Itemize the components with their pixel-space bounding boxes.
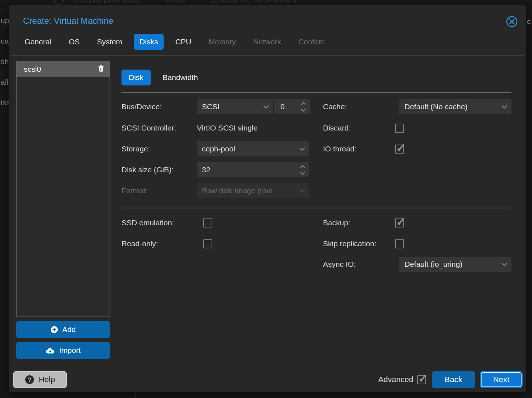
plus-circle-icon (50, 326, 58, 333)
io-thread-checkbox[interactable] (395, 145, 404, 154)
device-label: scsi0 (24, 65, 98, 74)
device-list: scsi0 (16, 61, 110, 317)
subtab-disk[interactable]: Disk (121, 70, 151, 85)
import-button[interactable]: Import (16, 342, 110, 359)
chevron-down-icon (300, 187, 305, 193)
cloud-download-icon (45, 347, 55, 354)
background-text: c (527, 17, 531, 26)
tab-confirm: Confirm (293, 34, 331, 50)
discard-checkbox[interactable] (395, 124, 404, 133)
ssd-emulation-checkbox[interactable] (203, 218, 212, 227)
spinner-arrows-icon[interactable] (302, 103, 305, 111)
screen: CD/DVD Drive (ide2) defaul 25.44.5776 . … (0, 0, 532, 398)
back-button[interactable]: Back (432, 371, 475, 388)
format-select: Raw disk image (raw (197, 183, 309, 198)
svg-text:?: ? (28, 376, 31, 383)
chevron-down-icon (263, 103, 269, 109)
format-label: Format: (121, 183, 147, 198)
cache-label: Cache: (323, 99, 347, 114)
skip-replication-label: Skip replication: (323, 236, 376, 251)
wizard-tabbar: General OS System Disks CPU Memory Netwo… (19, 34, 331, 50)
spinner-arrows-icon[interactable] (301, 166, 304, 174)
divider (121, 208, 511, 208)
background-text: all (1, 78, 8, 87)
backup-label: Backup: (323, 215, 350, 230)
help-button[interactable]: ? Help (13, 371, 67, 388)
list-item-scsi0[interactable]: scsi0 (17, 61, 110, 77)
tab-network: Network (248, 34, 287, 50)
tab-memory: Memory (203, 34, 242, 50)
tab-cpu[interactable]: CPU (169, 34, 197, 50)
next-button[interactable]: Next (481, 372, 522, 387)
advanced-checkbox[interactable] (417, 375, 426, 384)
disk-size-stepper[interactable]: 32 (197, 162, 309, 177)
background-text: sh (1, 57, 9, 66)
skip-replication-checkbox[interactable] (395, 239, 404, 248)
async-io-label: Async IO: (323, 257, 356, 272)
close-icon[interactable] (505, 15, 518, 28)
background-text: up (1, 16, 9, 25)
tab-system[interactable]: System (91, 34, 128, 50)
tab-general[interactable]: General (19, 34, 57, 50)
async-io-select[interactable]: Default (io_uring) (399, 257, 511, 272)
dialog-title: Create: Virtual Machine (23, 16, 113, 26)
scsi-controller-label: SCSI Controller: (121, 120, 176, 136)
chevron-down-icon (502, 103, 507, 109)
io-thread-label: IO thread: (323, 141, 356, 156)
subtab-bandwidth[interactable]: Bandwidth (163, 70, 198, 85)
chevron-down-icon (502, 260, 507, 266)
dialog-footer: ? Help Advanced Back Next (9, 371, 526, 388)
radio-icon (54, 0, 64, 5)
background-text: CD/DVD Drive (ide2) (74, 0, 141, 4)
bus-device-select[interactable]: SCSI (197, 99, 273, 114)
background-divider (135, 392, 136, 398)
storage-select[interactable]: ceph-pool (197, 141, 309, 156)
backup-checkbox[interactable] (395, 218, 404, 227)
scsi-controller-value: VirtIO SCSI single (197, 120, 258, 136)
add-button[interactable]: Add (16, 321, 110, 338)
tab-os[interactable]: OS (63, 34, 85, 50)
chevron-down-icon (300, 145, 305, 151)
background-text: 25.44.5776 . 70 50 00 04 ll (211, 0, 296, 4)
disk-size-label: Disk size (GiB): (121, 162, 174, 177)
background-text: ca (1, 37, 9, 45)
divider (121, 92, 511, 93)
discard-label: Discard: (323, 120, 351, 136)
question-circle-icon: ? (25, 375, 34, 384)
tab-disks[interactable]: Disks (134, 34, 164, 50)
bus-device-label: Bus/Device: (121, 99, 162, 114)
trash-icon[interactable] (98, 65, 105, 74)
ssd-emulation-label: SSD emulation: (121, 215, 174, 230)
storage-label: Storage: (121, 141, 150, 156)
create-vm-dialog: Create: Virtual Machine General OS Syste… (9, 5, 526, 392)
background-row: CD/DVD Drive (ide2) defaul 25.44.5776 . … (54, 0, 322, 5)
cache-select[interactable]: Default (No cache) (399, 99, 511, 114)
disks-panel: scsi0 Add (11, 56, 524, 368)
read-only-label: Read-only: (121, 236, 158, 251)
advanced-label: Advanced (378, 375, 413, 384)
read-only-checkbox[interactable] (203, 239, 212, 248)
bus-device-number-stepper[interactable]: 0 (274, 99, 310, 114)
background-text: defaul (166, 0, 186, 4)
